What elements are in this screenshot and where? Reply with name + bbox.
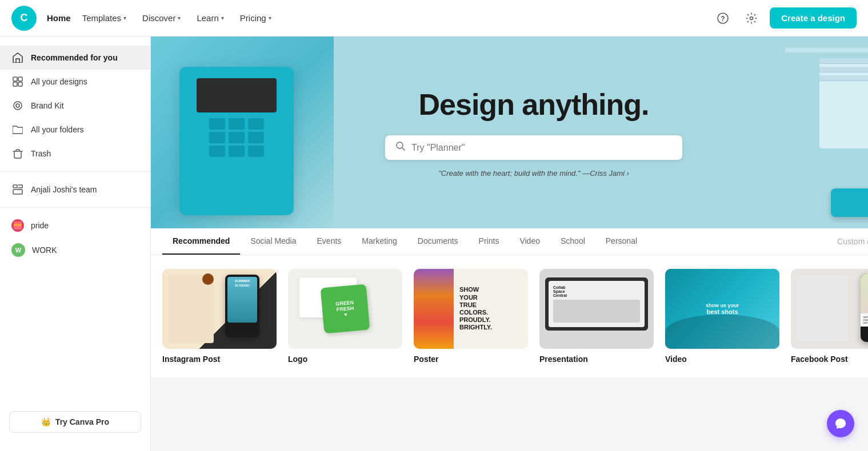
tab-documents[interactable]: Documents: [407, 228, 469, 255]
work-avatar: W: [11, 243, 25, 257]
card-label: Video: [665, 355, 779, 364]
svg-rect-10: [13, 190, 22, 194]
hero-title: Design anything.: [385, 87, 682, 122]
sidebar-item-label: All your folders: [31, 125, 84, 134]
sidebar-item-all-designs[interactable]: All your designs: [0, 70, 150, 94]
card-label: Facebook Post: [791, 355, 868, 364]
tab-school[interactable]: School: [550, 228, 595, 255]
nav-links: Templates ▾ Discover ▾ Learn ▾ Pricing ▾: [75, 9, 278, 27]
folder-icon: [11, 123, 24, 136]
nav-pricing[interactable]: Pricing ▾: [233, 9, 278, 27]
svg-point-2: [750, 17, 753, 19]
navbar: C Home Templates ▾ Discover ▾ Learn ▾ Pr…: [0, 0, 868, 37]
search-input[interactable]: [411, 143, 672, 153]
sidebar-item-team[interactable]: Anjali Joshi's team: [0, 178, 150, 202]
nav-learn[interactable]: Learn ▾: [190, 9, 230, 27]
tab-custom-dimensions[interactable]: Custom dimens...: [831, 229, 868, 254]
tab-personal[interactable]: Personal: [595, 228, 647, 255]
sidebar-item-pride[interactable]: pride: [0, 214, 150, 237]
card-logo[interactable]: GREENFRESH♥ Logo: [288, 269, 402, 364]
pen-decoration: [785, 48, 868, 53]
nav-templates[interactable]: Templates ▾: [75, 9, 133, 27]
sidebar-item-recommended[interactable]: Recommended for you: [0, 46, 150, 70]
svg-rect-6: [18, 82, 22, 86]
hero-banner: Design anything. "Create with the heart;…: [151, 37, 868, 228]
card-presentation[interactable]: CollabSpaceCentral Presentation: [539, 269, 654, 364]
calculator-decoration: [179, 67, 294, 215]
notebook-decoration: [819, 58, 868, 149]
sidebar-item-label: WORK: [32, 245, 57, 255]
svg-rect-5: [13, 82, 17, 86]
card-thumb: show us yourbest shots: [665, 269, 779, 349]
sidebar-item-label: pride: [31, 221, 49, 230]
nav-discover[interactable]: Discover ▾: [135, 9, 187, 27]
create-design-button[interactable]: Create a design: [770, 7, 857, 29]
svg-rect-3: [13, 77, 17, 81]
tab-video[interactable]: Video: [509, 228, 550, 255]
card-poster[interactable]: SHOWYOURTRUECOLORS.PROUDLY.BRIGHTLY. Pos…: [414, 269, 528, 364]
svg-point-7: [14, 102, 22, 110]
calc-row: [179, 146, 294, 157]
sidebar-item-label: Anjali Joshi's team: [31, 185, 97, 194]
home-link[interactable]: Home: [47, 13, 71, 23]
sidebar-item-label: Recommended for you: [31, 53, 118, 62]
tab-prints[interactable]: Prints: [469, 228, 510, 255]
team-icon: [11, 183, 24, 196]
sidebar-divider-2: [0, 207, 150, 208]
chat-fab-button[interactable]: [827, 410, 854, 437]
canva-logo[interactable]: C: [11, 6, 37, 31]
card-video[interactable]: show us yourbest shots Video: [665, 269, 779, 364]
tab-marketing[interactable]: Marketing: [351, 228, 407, 255]
search-icon: [395, 141, 406, 154]
sidebar-divider: [0, 171, 150, 172]
chevron-down-icon: ▾: [178, 15, 181, 21]
hero-bg-left: [151, 37, 334, 228]
tab-recommended[interactable]: Recommended: [162, 228, 240, 255]
card-thumb: SUMMERIS HERE!: [162, 269, 277, 349]
card-instagram-post[interactable]: SUMMERIS HERE! Instagram Post: [162, 269, 277, 364]
fb-mockup: HAPPYGRADSDAY!: [861, 273, 868, 342]
svg-text:?: ?: [721, 15, 725, 23]
card-label: Poster: [414, 355, 528, 364]
sidebar-item-all-folders[interactable]: All your folders: [0, 118, 150, 142]
card-thumb: SHOWYOURTRUECOLORS.PROUDLY.BRIGHTLY.: [414, 269, 528, 349]
sidebar-item-brand-kit[interactable]: Brand Kit: [0, 94, 150, 118]
card-label: Logo: [288, 355, 402, 364]
hero-search-bar: [385, 135, 682, 160]
sidebar: Recommended for you All your designs B: [0, 37, 151, 451]
logo-sticker: GREENFRESH♥: [321, 284, 370, 334]
svg-rect-9: [13, 185, 17, 188]
chevron-down-icon: ▾: [123, 15, 126, 21]
settings-button[interactable]: [741, 8, 762, 29]
sidebar-bottom: 👑 Try Canva Pro: [0, 402, 150, 442]
card-label: Instagram Post: [162, 355, 277, 364]
sidebar-item-work[interactable]: W WORK: [0, 237, 150, 263]
tab-social-media[interactable]: Social Media: [240, 228, 306, 255]
chevron-down-icon: ▾: [221, 15, 224, 21]
cards-section: SUMMERIS HERE! Instagram Post GREENFRESH: [151, 255, 868, 377]
instagram-mockup: SUMMERIS HERE!: [225, 275, 259, 337]
svg-point-14: [397, 142, 403, 148]
sidebar-item-trash[interactable]: Trash: [0, 142, 150, 166]
stapler-decoration: [831, 188, 868, 217]
sidebar-item-label: All your designs: [31, 77, 87, 86]
calculator-screen: [197, 78, 277, 112]
app-body: Recommended for you All your designs B: [0, 0, 868, 451]
cards-grid: SUMMERIS HERE! Instagram Post GREENFRESH: [162, 269, 868, 364]
sidebar-item-label: Trash: [31, 149, 51, 158]
calc-row: [179, 132, 294, 143]
svg-rect-11: [14, 222, 22, 224]
hero-center: Design anything. "Create with the heart;…: [385, 87, 682, 178]
help-button[interactable]: ?: [713, 8, 733, 29]
card-thumb: HAPPYGRADSDAY!: [791, 269, 868, 349]
sidebar-item-label: Brand Kit: [31, 101, 64, 110]
pride-avatar: [11, 219, 24, 232]
main-content: Design anything. "Create with the heart;…: [151, 37, 868, 451]
tabs-section: Recommended Social Media Events Marketin…: [151, 228, 868, 255]
svg-rect-13: [14, 226, 22, 229]
try-pro-button[interactable]: 👑 Try Canva Pro: [9, 411, 141, 433]
card-facebook-post[interactable]: HAPPYGRADSDAY! Facebook Post: [791, 269, 868, 364]
card-label: Presentation: [539, 355, 654, 364]
nav-right: ? Create a design: [713, 7, 857, 29]
tab-events[interactable]: Events: [307, 228, 352, 255]
